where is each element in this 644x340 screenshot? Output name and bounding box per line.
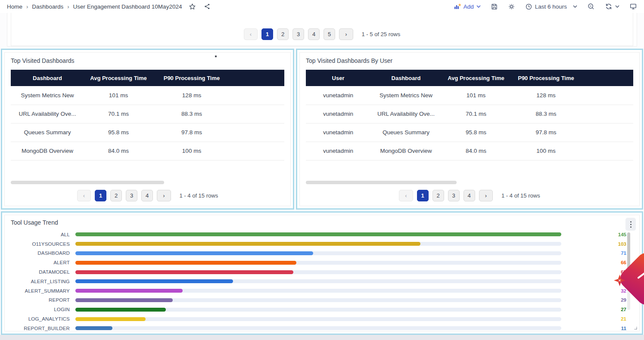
bar-row: REPORT29 bbox=[11, 296, 633, 305]
column-header[interactable]: User bbox=[306, 70, 370, 86]
column-header[interactable]: Avg Processing Time bbox=[84, 70, 153, 86]
table-cell: 95.8 ms bbox=[84, 123, 153, 142]
bar-category-label: LOGIN bbox=[11, 307, 75, 312]
breadcrumb-item[interactable]: Dashboards bbox=[32, 3, 63, 10]
table-cell: MongoDB Overview bbox=[11, 142, 84, 160]
table-cell-filler bbox=[230, 142, 284, 160]
bar-value-label: 11 bbox=[600, 326, 626, 331]
table-cell: vunetadmin bbox=[306, 86, 370, 105]
bar-track bbox=[75, 261, 561, 265]
pager-page-button[interactable]: 3 bbox=[126, 190, 137, 201]
refresh-icon bbox=[605, 3, 613, 10]
table-cell: 100 ms bbox=[510, 142, 582, 160]
bar-category-label: DATAMODEL bbox=[11, 269, 75, 275]
bar[interactable] bbox=[75, 251, 313, 255]
cursor-dot bbox=[215, 56, 217, 57]
time-range-picker[interactable]: Last 6 hours bbox=[525, 3, 577, 10]
pager-page-button[interactable]: 2 bbox=[277, 28, 289, 40]
top-visited-by-user-pagination: ‹1234›1 - 4 of 15 rows bbox=[399, 190, 540, 201]
table-cell: 97.8 ms bbox=[153, 123, 230, 142]
table-cell: MongoDB Overview bbox=[370, 142, 442, 160]
share-icon[interactable] bbox=[204, 3, 211, 10]
bar-track bbox=[75, 289, 561, 293]
bar-row: ALERT_LISTING47 bbox=[11, 277, 633, 286]
table-cell: 101 ms bbox=[84, 86, 153, 105]
bar[interactable] bbox=[75, 242, 420, 246]
bar[interactable] bbox=[75, 261, 296, 265]
pager-page-button[interactable]: 2 bbox=[432, 190, 444, 201]
table-row[interactable]: Queues Summary95.8 ms97.8 ms bbox=[11, 123, 284, 142]
bar-track bbox=[75, 298, 561, 302]
pager-prev-button[interactable]: ‹ bbox=[244, 28, 258, 40]
bar-value-label: 27 bbox=[600, 307, 626, 312]
clock-icon bbox=[525, 3, 532, 10]
bar[interactable] bbox=[75, 326, 112, 330]
bar[interactable] bbox=[75, 270, 293, 274]
bar-track bbox=[75, 308, 561, 312]
bar[interactable] bbox=[75, 298, 173, 302]
pager-next-button[interactable]: › bbox=[157, 190, 171, 201]
panel-menu-kebab-icon[interactable] bbox=[625, 218, 636, 231]
bar[interactable] bbox=[75, 308, 166, 312]
table-row[interactable]: vunetadminQueues Summary95.8 ms97.8 ms bbox=[306, 123, 633, 142]
pager-next-button[interactable]: › bbox=[479, 190, 493, 201]
add-chart-icon bbox=[454, 3, 461, 10]
column-header[interactable]: P90 Processing Time bbox=[510, 70, 582, 86]
pager-page-button[interactable]: 1 bbox=[95, 190, 106, 201]
table-row[interactable]: URL Availability Ove...70.1 ms88.3 ms bbox=[11, 105, 284, 123]
pager-next-button[interactable]: › bbox=[339, 28, 353, 40]
column-header[interactable]: Avg Processing Time bbox=[442, 70, 510, 86]
bar-track bbox=[75, 326, 561, 330]
settings-gear-icon[interactable] bbox=[508, 3, 515, 10]
table-row[interactable]: vunetadminSystem Metrics New101 ms128 ms bbox=[306, 86, 633, 105]
pager-page-button[interactable]: 3 bbox=[448, 190, 460, 201]
pager-page-button[interactable]: 4 bbox=[141, 190, 153, 201]
pager-page-button[interactable]: 5 bbox=[324, 28, 335, 40]
bar[interactable] bbox=[75, 232, 561, 236]
display-monitor-icon[interactable] bbox=[629, 3, 637, 10]
bar-track bbox=[75, 270, 561, 274]
bar[interactable] bbox=[75, 317, 146, 321]
table-row[interactable]: vunetadminURL Availability Ove...70.1 ms… bbox=[306, 105, 633, 123]
bar-track bbox=[75, 232, 561, 236]
table-cell-filler bbox=[230, 123, 284, 142]
add-button[interactable]: Add bbox=[454, 3, 481, 10]
bar-track bbox=[75, 279, 561, 283]
bar-track bbox=[75, 251, 561, 255]
horizontal-scrollbar[interactable] bbox=[306, 181, 457, 184]
column-header[interactable]: P90 Processing Time bbox=[153, 70, 230, 86]
table-row[interactable]: MongoDB Overview84.0 ms100 ms bbox=[11, 142, 284, 160]
pager-prev-button[interactable]: ‹ bbox=[77, 190, 91, 201]
pager-prev-button[interactable]: ‹ bbox=[399, 190, 413, 201]
column-header[interactable]: Dashboard bbox=[11, 70, 84, 86]
table-row[interactable]: System Metrics New101 ms128 ms bbox=[11, 86, 284, 105]
column-header[interactable]: Dashboard bbox=[370, 70, 442, 86]
bar-value-label: 71 bbox=[600, 250, 626, 256]
pager-page-button[interactable]: 1 bbox=[417, 190, 429, 201]
refresh-control[interactable] bbox=[605, 3, 619, 10]
table-cell-filler bbox=[582, 86, 633, 105]
bar-category-label: DASHBOARD bbox=[11, 250, 75, 256]
breadcrumb-item[interactable]: User Engagement Dashboard 10May2024 bbox=[73, 3, 182, 10]
table-cell-filler bbox=[582, 142, 633, 160]
zoom-out-icon[interactable] bbox=[587, 3, 595, 10]
column-header-filler bbox=[582, 70, 633, 86]
pager-page-button[interactable]: 4 bbox=[308, 28, 320, 40]
bar-category-label: ALERT bbox=[11, 260, 75, 265]
pager-page-button[interactable]: 2 bbox=[110, 190, 122, 201]
bar[interactable] bbox=[75, 289, 183, 293]
horizontal-scrollbar[interactable] bbox=[11, 181, 164, 184]
bar[interactable] bbox=[75, 279, 233, 283]
table-cell: 97.8 ms bbox=[510, 123, 582, 142]
save-icon[interactable] bbox=[491, 3, 498, 10]
breadcrumb-item[interactable]: Home bbox=[7, 3, 22, 10]
pager-page-button[interactable]: 4 bbox=[464, 190, 475, 201]
bar-category-label: REPORT bbox=[11, 297, 75, 303]
favorite-star-icon[interactable] bbox=[189, 3, 196, 10]
bar-row: DASHBOARD71 bbox=[11, 249, 633, 258]
table-row[interactable]: vunetadminMongoDB Overview84.0 ms100 ms bbox=[306, 142, 633, 160]
pager-page-button[interactable]: 3 bbox=[292, 28, 304, 40]
panel-resize-handle[interactable] bbox=[632, 325, 637, 330]
bar-category-label: REPORT_BUILDER bbox=[11, 326, 75, 331]
pager-page-button[interactable]: 1 bbox=[261, 28, 273, 40]
